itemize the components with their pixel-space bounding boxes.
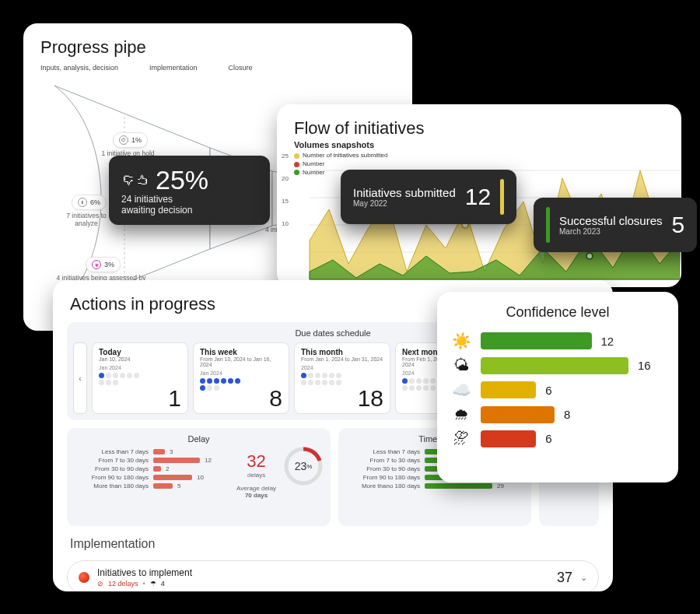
flow-popup-closures: Successful closures March 2023 5 [534, 198, 697, 252]
pipe-node-expert[interactable]: ✺3% [86, 257, 121, 272]
due-prev-button[interactable]: ‹ [73, 342, 87, 414]
confidence-title: Confidence level [437, 292, 678, 328]
confidence-row-4: ⛈6 [437, 426, 678, 451]
delay-title: Delay [75, 434, 323, 444]
confidence-card: Confidence level ☀️12🌤16☁️6🌧8⛈6 [437, 292, 678, 482]
due-card-2[interactable]: This monthFrom Jan 1, 2024 to Jan 31, 20… [294, 342, 390, 414]
umbrella-icon: ☂ [150, 580, 156, 588]
due-card-1[interactable]: This weekFrom Jan 10, 2024 to Jan 16, 20… [193, 342, 289, 414]
pipe-stage-2: Closure [229, 64, 253, 72]
implementation-header: Implementation [53, 526, 613, 556]
confidence-row-3: 🌧8 [437, 402, 678, 426]
impl-row-0[interactable]: Initiatives to implement⊘12 delays•☂437⌄ [67, 560, 599, 591]
pipe-caption-to-analyze: 7 initiatives to analyze [58, 212, 114, 227]
confidence-row-2: ☁️6 [437, 377, 678, 402]
cloud-icon: ☁️ [451, 381, 471, 399]
chevron-down-icon: ⌄ [580, 573, 587, 583]
progress-pipe-title: Progress pipe [23, 23, 412, 64]
sun-icon: ☀️ [451, 332, 471, 350]
thumbs-icon: 🖓🖒 [121, 172, 149, 188]
pipe-node-on-hold[interactable]: ⏱1% [113, 132, 148, 148]
confidence-row-1: 🌤16 [437, 353, 678, 377]
delay-gauge: 23% [282, 445, 324, 487]
flow-y-axis: 25201510 [282, 153, 289, 227]
delay-panel: Delay Less than 7 days3From 7 to 30 days… [67, 428, 331, 526]
pipe-highlight-line2: awaiting decision [121, 205, 257, 216]
confidence-row-0: ☀️12 [437, 328, 678, 353]
pipe-highlight-popup: 🖓🖒 25% 24 initiatives awaiting decision [109, 156, 270, 225]
pipe-stage-1: Implementation [149, 64, 198, 72]
clock-icon: ⊘ [97, 580, 103, 588]
pipe-highlight-pct: 25% [156, 165, 208, 195]
flow-subtitle: Volumes snapshots [277, 140, 681, 149]
storm-icon: ⛈ [451, 430, 471, 447]
due-card-0[interactable]: TodayJan 10, 2024Jan 20241 [92, 342, 188, 414]
sun-cloud-icon: 🌤 [451, 356, 471, 374]
timeleft-bar: More thano 180 days29 [346, 482, 523, 489]
rain-icon: 🌧 [451, 405, 471, 423]
pipe-stage-0: Inputs, analysis, decision [40, 64, 118, 72]
flow-title: Flow of initiatives [277, 104, 681, 140]
svg-point-7 [586, 253, 593, 259]
pipe-node-to-analyze[interactable]: ⫾6% [72, 195, 107, 210]
delay-summary: 32 delays Average delay 70 days [236, 451, 276, 499]
flow-popup-submitted: Initiatives submitted May 2022 12 [341, 170, 516, 224]
status-led-icon [79, 572, 89, 583]
pipe-highlight-line1: 24 initiatives [121, 194, 257, 205]
